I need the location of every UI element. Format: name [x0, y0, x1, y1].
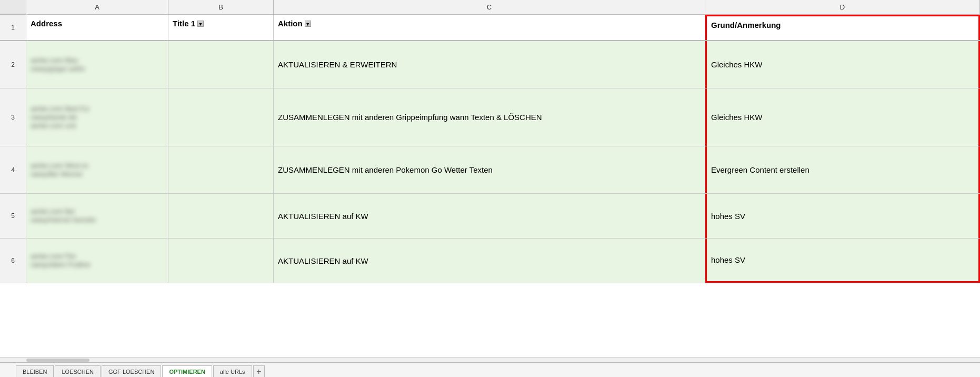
horizontal-scrollbar[interactable] — [0, 357, 980, 362]
cell-5-c: AKTUALISIEREN auf KW — [274, 194, 705, 238]
data-row-5: 5 aertier.com/ Ber raewy/Internet Semott… — [0, 194, 980, 239]
header-data-row: 1 Address Title 1 ▼ Aktion ▼ Grund/Anme — [0, 15, 980, 41]
tab-loeschen[interactable]: LOESCHEN — [55, 365, 101, 377]
addr-6-line1: aertier.com/ Fler — [31, 253, 90, 260]
cell-5-b — [168, 194, 274, 238]
filter-icon-c[interactable]: ▼ — [305, 21, 311, 27]
addr-3-line3: aertier.com/ und — [31, 122, 89, 130]
data-row-3: 3 aertier.com/ Beet Fur raewy/bande die … — [0, 88, 980, 146]
data-row-2: 2 aertier.com/ Blao reewy/grippe seifim … — [0, 41, 980, 88]
addr-5-line2: raewy/Internet Semotto — [31, 216, 96, 224]
tab-bar: BLEIBEN LOESCHEN GGF LOESCHEN OPTIMIEREN… — [0, 362, 980, 377]
grund-5: hohes SV — [711, 212, 745, 221]
addr-3-line1: aertier.com/ Beet Fur — [31, 105, 89, 113]
grund-6: hohes SV — [711, 255, 745, 264]
addr-2-wrapper: aertier.com/ Blao reewy/grippe seifim — [31, 57, 85, 73]
header-aktion-wrapper: Aktion ▼ — [278, 19, 701, 28]
addr-3-wrapper: aertier.com/ Beet Fur raewy/bande die ae… — [31, 105, 89, 130]
action-4: ZUSAMMENLEGEN mit anderen Pokemon Go Wet… — [278, 165, 493, 174]
row-num-4: 4 — [0, 146, 26, 193]
tab-ggf-loeschen[interactable]: GGF LOESCHEN — [102, 365, 161, 377]
addr-3-line2: raewy/bande die — [31, 114, 89, 121]
scroll-thumb-horizontal[interactable] — [26, 359, 89, 362]
row-num-3: 3 — [0, 88, 26, 146]
cell-3-d: Gleiches HKW — [705, 88, 980, 146]
cell-3-c: ZUSAMMENLEGEN mit anderen Grippeimpfung … — [274, 88, 705, 146]
header-title1-label: Title 1 — [173, 19, 195, 28]
addr-2-line1: aertier.com/ Blao — [31, 57, 85, 64]
header-title1-wrapper: Title 1 ▼ — [173, 19, 269, 28]
addr-5-wrapper: aertier.com/ Ber raewy/Internet Semotto — [31, 208, 96, 224]
addr-4-line2: raewy/Ber Wenner — [31, 171, 88, 178]
data-row-4: 4 aertier.com/ Wind on raewy/Ber Wenner … — [0, 146, 980, 194]
cell-4-d: Evergreen Content erstellen — [705, 146, 980, 193]
header-address-label: Address — [31, 19, 62, 28]
data-area: 1 Address Title 1 ▼ Aktion ▼ Grund/Anme — [0, 15, 980, 357]
cell-6-c: AKTUALISIEREN auf KW — [274, 239, 705, 283]
cell-6-b — [168, 239, 274, 283]
col-header-c: C — [274, 0, 705, 14]
addr-2-line2: reewy/grippe seifim — [31, 65, 85, 73]
addr-5-line1: aertier.com/ Ber — [31, 208, 96, 215]
cell-5-a: aertier.com/ Ber raewy/Internet Semotto — [26, 194, 168, 238]
cell-4-c: ZUSAMMENLEGEN mit anderen Pokemon Go Wet… — [274, 146, 705, 193]
cell-3-a: aertier.com/ Beet Fur raewy/bande die ae… — [26, 88, 168, 146]
row-num-5: 5 — [0, 194, 26, 238]
cell-2-c: AKTUALISIEREN & ERWEITERN — [274, 41, 705, 88]
grund-3: Gleiches HKW — [711, 113, 763, 122]
cell-2-d: Gleiches HKW — [705, 41, 980, 88]
action-3: ZUSAMMENLEGEN mit anderen Grippeimpfung … — [278, 113, 542, 122]
row-num-6: 6 — [0, 239, 26, 283]
tab-add-button[interactable]: + — [253, 365, 265, 377]
tab-bleiben[interactable]: BLEIBEN — [16, 365, 54, 377]
column-header-row: A B C D — [0, 0, 980, 15]
corner-cell — [0, 0, 26, 14]
action-2: AKTUALISIEREN & ERWEITERN — [278, 60, 397, 69]
grund-2: Gleiches HKW — [711, 60, 763, 69]
header-cell-title1: Title 1 ▼ — [168, 15, 274, 40]
row-num-1: 1 — [0, 15, 26, 40]
header-cell-address: Address — [26, 15, 168, 40]
header-grund-label: Grund/Anmerkung — [711, 21, 781, 29]
filter-icon-b[interactable]: ▼ — [197, 21, 204, 27]
col-header-a: A — [26, 0, 168, 14]
header-cell-grund: Grund/Anmerkung — [705, 15, 980, 40]
cell-6-a: aertier.com/ Fler raewy/sittem Fruitline — [26, 239, 168, 283]
addr-6-line2: raewy/sittem Fruitline — [31, 261, 90, 269]
cell-5-d: hohes SV — [705, 194, 980, 238]
col-header-b: B — [168, 0, 274, 14]
cell-4-b — [168, 146, 274, 193]
grund-4: Evergreen Content erstellen — [711, 165, 809, 174]
tab-optimieren[interactable]: OPTIMIEREN — [162, 365, 212, 377]
header-address-wrapper: Address — [31, 19, 164, 28]
addr-4-line1: aertier.com/ Wind on — [31, 162, 88, 170]
action-5: AKTUALISIEREN auf KW — [278, 212, 368, 221]
cell-3-b — [168, 88, 274, 146]
data-row-6: 6 aertier.com/ Fler raewy/sittem Fruitli… — [0, 239, 980, 283]
addr-4-wrapper: aertier.com/ Wind on raewy/Ber Wenner — [31, 162, 88, 178]
tab-alle-urls[interactable]: alle URLs — [213, 365, 252, 377]
header-aktion-label: Aktion — [278, 19, 303, 28]
cell-6-d: hohes SV — [705, 239, 980, 283]
header-cell-aktion: Aktion ▼ — [274, 15, 705, 40]
addr-6-wrapper: aertier.com/ Fler raewy/sittem Fruitline — [31, 253, 90, 269]
action-6: AKTUALISIEREN auf KW — [278, 256, 368, 265]
row-num-2: 2 — [0, 41, 26, 88]
cell-2-a: aertier.com/ Blao reewy/grippe seifim — [26, 41, 168, 88]
col-header-d: D — [705, 0, 980, 14]
cell-2-b — [168, 41, 274, 88]
spreadsheet: A B C D 1 Address Title 1 ▼ Aktion — [0, 0, 980, 377]
cell-4-a: aertier.com/ Wind on raewy/Ber Wenner — [26, 146, 168, 193]
